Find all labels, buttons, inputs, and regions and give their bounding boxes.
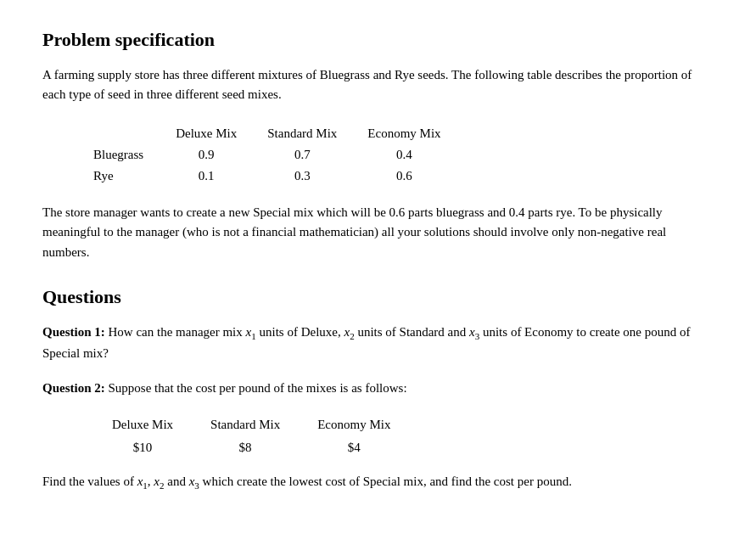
economy-cost-label: Economy Mix	[299, 413, 409, 436]
questions-section: Questions Question 1: How can the manage…	[42, 283, 714, 494]
economy-mix-header: Economy Mix	[352, 122, 456, 145]
rye-standard: 0.3	[252, 166, 352, 187]
question-2-label: Question 2:	[42, 381, 105, 395]
questions-title: Questions	[42, 283, 714, 311]
question-1-text: How can the manager mix x1 units of Delu…	[42, 325, 690, 360]
bluegrass-label: Bluegrass	[93, 144, 160, 166]
deluxe-cost-label: Deluxe Mix	[93, 413, 192, 436]
standard-cost-value: $8	[192, 436, 299, 459]
deluxe-cost-value: $10	[93, 436, 192, 459]
question-1-label: Question 1:	[42, 325, 105, 339]
bluegrass-economy: 0.4	[352, 144, 456, 166]
rye-label: Rye	[93, 166, 160, 187]
page-title: Problem specification	[42, 25, 714, 53]
question-2-intro: Question 2: Suppose that the cost per po…	[42, 379, 714, 398]
cost-table: Deluxe Mix Standard Mix Economy Mix $10 …	[93, 413, 714, 458]
rye-row: Rye 0.1 0.3 0.6	[93, 166, 456, 187]
middle-paragraph: The store manager wants to create a new …	[42, 203, 714, 262]
bluegrass-row: Bluegrass 0.9 0.7 0.4	[93, 144, 456, 166]
rye-deluxe: 0.1	[160, 166, 252, 187]
cost-header-row: Deluxe Mix Standard Mix Economy Mix	[93, 413, 409, 436]
last-paragraph: Find the values of x1, x2 and x3 which c…	[42, 472, 714, 493]
deluxe-mix-header: Deluxe Mix	[160, 122, 252, 145]
bluegrass-deluxe: 0.9	[160, 144, 252, 166]
empty-header	[93, 122, 160, 145]
standard-cost-label: Standard Mix	[192, 413, 299, 436]
rye-economy: 0.6	[352, 166, 456, 187]
bluegrass-standard: 0.7	[252, 144, 352, 166]
economy-cost-value: $4	[299, 436, 409, 459]
question-2-text: Suppose that the cost per pound of the m…	[105, 381, 407, 395]
question-1: Question 1: How can the manager mix x1 u…	[42, 323, 714, 363]
cost-value-row: $10 $8 $4	[93, 436, 409, 459]
standard-mix-header: Standard Mix	[252, 122, 352, 145]
intro-paragraph: A farming supply store has three differe…	[42, 65, 714, 105]
seed-mix-table: Deluxe Mix Standard Mix Economy Mix Blue…	[93, 122, 714, 187]
